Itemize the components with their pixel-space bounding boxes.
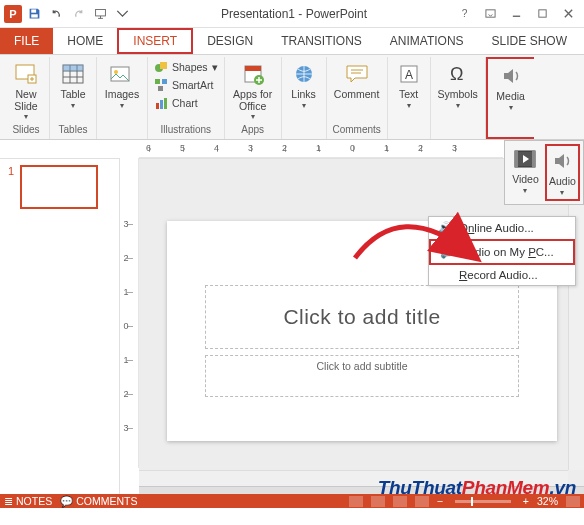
chart-icon	[154, 96, 168, 110]
slide-navigator: 1	[0, 158, 120, 494]
title-placeholder[interactable]: Click to add title	[205, 285, 519, 349]
ribbon: New Slide▾ Slides Table▾ Tables Images▾ …	[0, 55, 584, 140]
smartart-button[interactable]: SmartArt	[152, 77, 220, 93]
images-icon	[108, 61, 136, 87]
svg-rect-16	[162, 79, 167, 84]
title-bar: P Presentation1 - PowerPoint ?	[0, 0, 584, 28]
svg-text:Ω: Ω	[450, 64, 463, 84]
redo-icon[interactable]	[68, 4, 88, 24]
svg-rect-30	[532, 151, 535, 167]
media-icon	[497, 63, 525, 89]
qat-customize-icon[interactable]	[112, 4, 132, 24]
scrollbar-vertical[interactable]	[568, 159, 584, 470]
apps-icon	[239, 61, 267, 87]
zoom-slider[interactable]	[455, 500, 511, 503]
new-slide-icon	[12, 61, 40, 87]
group-apps-label: Apps	[241, 124, 264, 137]
maximize-icon[interactable]	[530, 4, 554, 24]
notes-button[interactable]: ≣NOTES	[4, 495, 52, 507]
video-icon	[511, 146, 539, 172]
comments-button[interactable]: 💬COMMENTS	[60, 495, 137, 508]
menu-audio-on-my-pc[interactable]: 🔊 Audio on My PC...	[429, 239, 575, 265]
tab-transitions[interactable]: TRANSITIONS	[267, 28, 376, 54]
new-slide-button[interactable]: New Slide▾	[7, 59, 45, 123]
slide-thumbnail[interactable]	[20, 165, 98, 209]
media-button[interactable]: Media▾	[492, 61, 530, 114]
audio-button[interactable]: Audio▾	[545, 144, 580, 201]
svg-rect-10	[63, 65, 83, 71]
audio-pc-icon: 🔊	[439, 245, 455, 259]
smartart-icon	[154, 78, 168, 92]
text-button[interactable]: A Text▾	[392, 59, 426, 112]
ruler-horizontal: 6 5 4 3 2 1 0 1 2 3	[139, 140, 503, 158]
svg-rect-15	[155, 79, 160, 84]
menu-online-audio[interactable]: 🔊 Online Audio...	[429, 217, 575, 239]
svg-rect-17	[158, 86, 163, 91]
audio-dropdown: 🔊 Online Audio... 🔊 Audio on My PC... Re…	[428, 216, 576, 286]
svg-text:?: ?	[461, 8, 467, 19]
tab-slideshow[interactable]: SLIDE SHOW	[478, 28, 581, 54]
tab-animations[interactable]: ANIMATIONS	[376, 28, 478, 54]
shapes-button[interactable]: Shapes ▾	[152, 59, 220, 75]
video-button[interactable]: Video▾	[508, 144, 543, 201]
images-button[interactable]: Images▾	[101, 59, 143, 112]
symbols-button[interactable]: Ω Symbols▾	[435, 59, 481, 112]
media-flyout: Video▾ Audio▾	[504, 140, 584, 205]
save-icon[interactable]	[24, 4, 44, 24]
text-icon: A	[395, 61, 423, 87]
ribbon-display-icon[interactable]	[478, 4, 502, 24]
svg-rect-2	[95, 9, 105, 16]
audio-icon	[548, 148, 576, 174]
group-slides-label: Slides	[12, 124, 39, 137]
help-icon[interactable]: ?	[452, 4, 476, 24]
svg-rect-19	[160, 100, 163, 109]
group-illustrations-label: Illustrations	[161, 124, 212, 137]
slide-editor: Click to add title Click to add subtitle	[139, 158, 584, 494]
subtitle-placeholder[interactable]: Click to add subtitle	[205, 355, 519, 397]
thumb-number: 1	[8, 165, 14, 209]
undo-icon[interactable]	[46, 4, 66, 24]
start-slideshow-icon[interactable]	[90, 4, 110, 24]
svg-rect-14	[160, 62, 167, 69]
window-title: Presentation1 - PowerPoint	[136, 7, 452, 21]
svg-rect-6	[538, 10, 545, 17]
group-tables-label: Tables	[59, 124, 88, 137]
comment-button[interactable]: Comment	[331, 59, 383, 103]
normal-view-icon[interactable]	[349, 496, 363, 507]
svg-rect-22	[245, 66, 261, 71]
window-controls: ?	[452, 4, 584, 24]
links-button[interactable]: Links▾	[286, 59, 322, 112]
close-icon[interactable]	[556, 4, 580, 24]
watermark: ThuThuatPhanMem.vn	[378, 477, 576, 499]
apps-button[interactable]: Apps for Office▾	[229, 59, 277, 123]
tab-design[interactable]: DESIGN	[193, 28, 267, 54]
svg-text:A: A	[405, 68, 413, 82]
quick-access-toolbar: P	[0, 4, 136, 24]
minimize-icon[interactable]	[504, 4, 528, 24]
shapes-icon	[154, 60, 168, 74]
menu-record-audio[interactable]: Record Audio...	[429, 265, 575, 285]
table-icon	[59, 61, 87, 87]
svg-rect-20	[164, 98, 167, 109]
ruler-vertical: 3 2 1 0 1 2 3	[121, 158, 139, 468]
table-button[interactable]: Table▾	[54, 59, 92, 112]
tab-insert[interactable]: INSERT	[117, 28, 193, 54]
chart-button[interactable]: Chart	[152, 95, 220, 111]
online-audio-icon: 🔊	[437, 221, 453, 235]
group-comments-label: Comments	[332, 124, 380, 137]
tab-file[interactable]: FILE	[0, 28, 53, 54]
svg-rect-0	[31, 9, 36, 12]
symbols-icon: Ω	[444, 61, 472, 87]
svg-rect-1	[31, 14, 38, 17]
svg-rect-18	[156, 103, 159, 109]
svg-rect-29	[515, 151, 518, 167]
powerpoint-logo: P	[4, 5, 22, 23]
tab-home[interactable]: HOME	[53, 28, 117, 54]
ribbon-tabs: FILE HOME INSERT DESIGN TRANSITIONS ANIM…	[0, 28, 584, 55]
links-icon	[290, 61, 318, 87]
comment-icon	[343, 61, 371, 87]
